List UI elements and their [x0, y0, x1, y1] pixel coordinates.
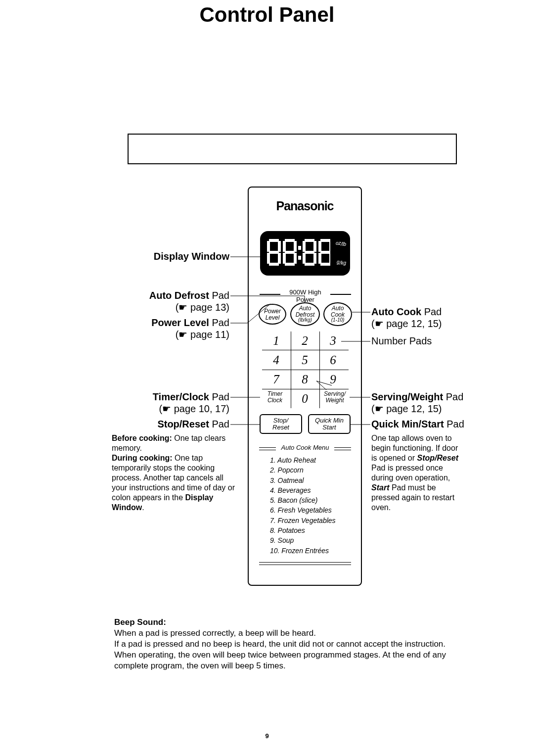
- callout-stop-reset-body: Before cooking: One tap clears memory. D…: [112, 433, 239, 513]
- number-pad-1[interactable]: 1: [263, 331, 289, 350]
- number-pad-4[interactable]: 4: [263, 351, 289, 370]
- number-pad-9[interactable]: 9: [320, 370, 346, 389]
- divider: [330, 294, 351, 295]
- stop-reset-pad[interactable]: Stop/Reset: [260, 414, 302, 434]
- number-pad-0[interactable]: 0: [292, 389, 318, 408]
- svg-rect-20: [303, 253, 306, 264]
- svg-rect-0: [269, 239, 279, 242]
- svg-rect-24: [320, 251, 330, 254]
- svg-rect-9: [285, 263, 295, 266]
- digit-segments-icon: [267, 238, 330, 268]
- svg-rect-4: [267, 253, 270, 264]
- svg-rect-11: [283, 253, 286, 264]
- display-window: oz/lb g/kg: [260, 231, 350, 276]
- svg-rect-3: [267, 241, 270, 252]
- list-item: 8. Potatoes: [270, 525, 336, 535]
- svg-rect-23: [320, 239, 330, 242]
- svg-rect-25: [320, 263, 330, 266]
- svg-rect-13: [294, 253, 297, 264]
- callout-auto-defrost: Auto Defrost Pad (☛ page 13): [118, 290, 229, 313]
- list-item: 10. Frozen Entrées: [270, 546, 336, 556]
- quick-min-start-pad[interactable]: Quick MinStart: [308, 414, 351, 434]
- manual-page: Control Panel Panasonic: [0, 0, 534, 756]
- svg-rect-22: [313, 253, 316, 264]
- callout-stop-reset: Stop/Reset Pad: [118, 419, 229, 430]
- callout-serving-weight: Serving/Weight Pad (☛ page 12, 15): [371, 391, 495, 415]
- high-power-label: 900W High Power: [280, 288, 330, 303]
- list-item: 6. Fresh Vegetables: [270, 505, 336, 515]
- divider: [291, 331, 291, 408]
- list-item: 4. Beverages: [270, 485, 336, 495]
- list-item: 1. Auto Reheat: [270, 455, 336, 465]
- divider: [259, 447, 276, 450]
- auto-cook-menu-header: Auto Cook Menu: [276, 444, 334, 451]
- divider: [259, 562, 351, 565]
- svg-rect-10: [283, 241, 286, 252]
- svg-rect-18: [305, 263, 314, 266]
- title-box: [128, 134, 457, 164]
- list-item: 3. Oatmeal: [270, 475, 336, 485]
- svg-rect-16: [305, 239, 314, 242]
- svg-rect-7: [285, 239, 295, 242]
- serving-weight-pad[interactable]: Serving/Weight: [320, 391, 350, 408]
- svg-rect-8: [285, 251, 295, 254]
- auto-cook-pad[interactable]: AutoCook(1-10): [323, 302, 352, 326]
- svg-rect-29: [329, 253, 330, 264]
- svg-rect-27: [318, 253, 321, 264]
- svg-rect-14: [298, 246, 301, 250]
- divider: [260, 294, 280, 295]
- callout-number-pads: Number Pads: [371, 335, 495, 347]
- beep-sound-section: Beep Sound: When a pad is pressed correc…: [114, 617, 455, 671]
- svg-rect-21: [313, 241, 316, 252]
- auto-cook-menu-list: 1. Auto Reheat 2. Popcorn 3. Oatmeal 4. …: [270, 455, 336, 556]
- callout-display-window: Display Window: [118, 251, 229, 262]
- page-title: Control Panel: [0, 3, 534, 27]
- unit-g-kg: g/kg: [337, 260, 346, 266]
- callout-quick-min-start: Quick Min/Start Pad: [371, 419, 495, 430]
- list-item: 9. Soup: [270, 535, 336, 545]
- auto-defrost-pad[interactable]: AutoDefrost(lb/kg): [290, 302, 320, 326]
- svg-rect-17: [305, 251, 314, 254]
- svg-rect-12: [294, 241, 297, 252]
- unit-oz-lb: oz/lb: [336, 241, 346, 247]
- number-pad-7[interactable]: 7: [263, 370, 289, 389]
- brand-logo: Panasonic: [248, 199, 362, 213]
- callout-timer-clock: Timer/Clock Pad (☛ page 10, 17): [118, 391, 229, 415]
- list-item: 2. Popcorn: [270, 465, 336, 475]
- svg-rect-15: [298, 256, 301, 260]
- callout-auto-cook: Auto Cook Pad (☛ page 12, 15): [371, 306, 495, 330]
- list-item: 5. Bacon (slice): [270, 495, 336, 505]
- svg-rect-26: [318, 241, 321, 252]
- page-number: 9: [0, 732, 534, 740]
- divider: [334, 447, 351, 450]
- callout-power-level: Power Level Pad (☛ page 11): [118, 317, 229, 340]
- svg-rect-1: [269, 251, 279, 254]
- svg-rect-6: [278, 253, 281, 264]
- number-pad-3[interactable]: 3: [320, 331, 346, 350]
- svg-rect-19: [303, 241, 306, 252]
- number-pad-6[interactable]: 6: [320, 351, 346, 370]
- timer-clock-pad[interactable]: TimerClock: [261, 391, 289, 408]
- number-pad-2[interactable]: 2: [292, 331, 318, 350]
- power-level-pad[interactable]: PowerLevel: [259, 304, 286, 325]
- callout-quick-min-start-body: One tap allows oven to begin functioning…: [371, 433, 460, 513]
- number-pad-5[interactable]: 5: [292, 351, 318, 370]
- svg-rect-28: [329, 241, 330, 252]
- svg-rect-5: [278, 241, 281, 252]
- list-item: 7. Frozen Vegetables: [270, 516, 336, 525]
- svg-rect-2: [269, 263, 279, 266]
- number-pad-8[interactable]: 8: [292, 370, 318, 389]
